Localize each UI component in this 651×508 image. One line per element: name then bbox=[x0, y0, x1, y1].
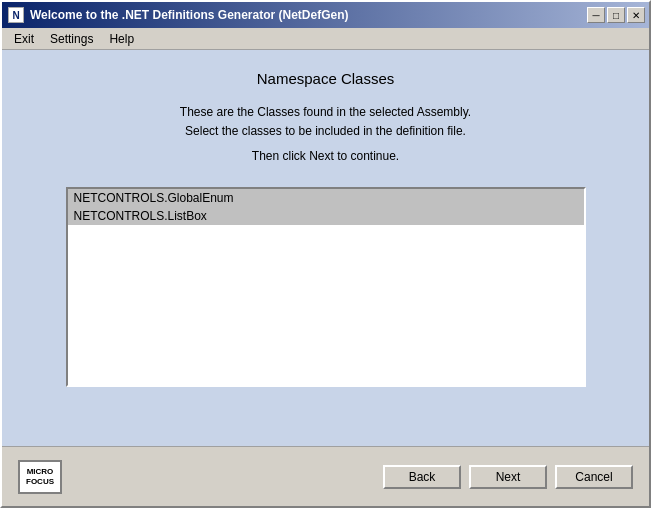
next-button[interactable]: Next bbox=[469, 465, 547, 489]
titlebar-left: N Welcome to the .NET Definitions Genera… bbox=[8, 7, 348, 23]
window-title: Welcome to the .NET Definitions Generato… bbox=[30, 8, 348, 22]
app-icon: N bbox=[8, 7, 24, 23]
close-button[interactable]: ✕ bbox=[627, 7, 645, 23]
page-title: Namespace Classes bbox=[257, 70, 395, 87]
titlebar: N Welcome to the .NET Definitions Genera… bbox=[2, 2, 649, 28]
footer-buttons: Back Next Cancel bbox=[383, 465, 633, 489]
list-item[interactable]: NETCONTROLS.ListBox bbox=[68, 207, 584, 225]
footer: MICRO FOCUS Back Next Cancel bbox=[2, 446, 649, 506]
description-line-1: These are the Classes found in the selec… bbox=[180, 103, 471, 122]
menu-exit[interactable]: Exit bbox=[6, 30, 42, 48]
back-button[interactable]: Back bbox=[383, 465, 461, 489]
menu-settings[interactable]: Settings bbox=[42, 30, 101, 48]
class-listbox[interactable]: NETCONTROLS.GlobalEnum NETCONTROLS.ListB… bbox=[66, 187, 586, 387]
logo-line-2: FOCUS bbox=[26, 477, 54, 487]
maximize-button[interactable]: □ bbox=[607, 7, 625, 23]
logo-area: MICRO FOCUS bbox=[18, 460, 62, 494]
content-area: Namespace Classes These are the Classes … bbox=[2, 50, 649, 446]
description-line-3: Then click Next to continue. bbox=[180, 147, 471, 166]
titlebar-controls: ─ □ ✕ bbox=[587, 7, 645, 23]
microfocus-logo: MICRO FOCUS bbox=[18, 460, 62, 494]
menu-help[interactable]: Help bbox=[101, 30, 142, 48]
menubar: Exit Settings Help bbox=[2, 28, 649, 50]
description-text: These are the Classes found in the selec… bbox=[180, 103, 471, 167]
logo-line-1: MICRO bbox=[26, 467, 54, 477]
minimize-button[interactable]: ─ bbox=[587, 7, 605, 23]
list-item[interactable]: NETCONTROLS.GlobalEnum bbox=[68, 189, 584, 207]
description-line-2: Select the classes to be included in the… bbox=[180, 122, 471, 141]
main-window: N Welcome to the .NET Definitions Genera… bbox=[0, 0, 651, 508]
cancel-button[interactable]: Cancel bbox=[555, 465, 633, 489]
